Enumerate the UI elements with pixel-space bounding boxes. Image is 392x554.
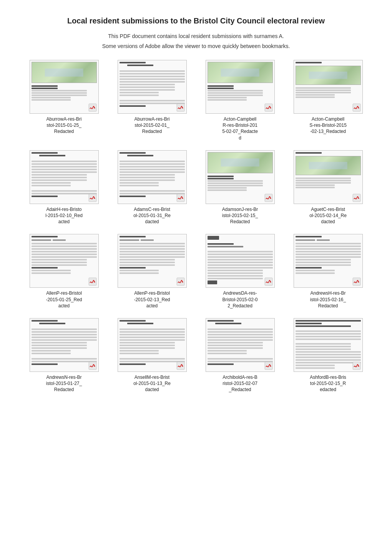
document-thumbnail[interactable] — [206, 318, 275, 372]
list-item[interactable]: AndrewsDA-res-Bristol-2015-02-02_Redacte… — [199, 234, 281, 309]
document-label: AndrewsDA-res-Bristol-2015-02-02_Redacte… — [222, 290, 257, 309]
list-item[interactable]: Acton-CampbellR-res-Bristol-2015-02-07_R… — [199, 60, 281, 141]
list-item[interactable]: AllenP-res-Bristol-2015-02-13_Redacted — [111, 234, 193, 309]
document-thumbnail[interactable] — [30, 60, 99, 114]
page-title: Local resident submissions to the Bristo… — [23, 15, 369, 26]
document-label: AllenP-res-Bristol-2015-02-13_Redacted — [134, 290, 170, 309]
list-item[interactable]: AdamsonJ-res-Bristol-2015-02-15_Redacted — [199, 150, 281, 225]
note: Some versions of Adobe allow the viewer … — [23, 43, 369, 49]
document-label: ArchiboldA-res-Bristol-2015-02-07_Redact… — [223, 374, 257, 393]
list-item[interactable]: AnsellM-res-Bristol-2015-01-13_Redacted — [111, 318, 193, 393]
document-thumbnail[interactable] — [294, 150, 363, 204]
document-label: Acton-CampbellS-res-Bristol-2015-02-13_R… — [309, 116, 347, 135]
list-item[interactable]: AdairH-res-Bristol-2015-02-10_Redacted — [23, 150, 105, 225]
document-label: AshfordB-res-Bristol-2015-02-15_Redacted — [310, 374, 346, 393]
document-thumbnail[interactable] — [206, 234, 275, 288]
list-item[interactable]: AshfordB-res-Bristol-2015-02-15_Redacted — [287, 318, 369, 393]
document-thumbnail[interactable] — [118, 150, 187, 204]
list-item[interactable]: Acton-CampbellS-res-Bristol-2015-02-13_R… — [287, 60, 369, 141]
document-thumbnail[interactable] — [294, 60, 363, 114]
document-thumbnail[interactable] — [118, 60, 187, 114]
list-item[interactable]: AndrewsH-res-Bristol-2015-02-16_Redacted — [287, 234, 369, 309]
document-label: AdamsonJ-res-Bristol-2015-02-15_Redacted — [222, 206, 258, 225]
document-thumbnail[interactable] — [30, 318, 99, 372]
document-label: AburrowA-res-Bristol-2015-01-25_Redacted — [46, 116, 81, 135]
document-thumbnail[interactable] — [118, 234, 187, 288]
list-item[interactable]: AdamsC-res-Bristol-2015-01-31_Redacted — [111, 150, 193, 225]
document-label: AdairH-res-Bristol-2015-02-10_Redacted — [45, 206, 83, 225]
document-thumbnail[interactable] — [30, 150, 99, 204]
document-thumbnail[interactable] — [294, 234, 363, 288]
document-label: AnsellM-res-Bristol-2015-01-13_Redacted — [133, 374, 171, 393]
document-thumbnail[interactable] — [206, 60, 275, 114]
list-item[interactable]: AburrowA-res-Bristol-2015-01-25_Redacted — [23, 60, 105, 141]
document-thumbnail[interactable] — [118, 318, 187, 372]
document-label: AndrewsH-res-Bristol-2015-02-16_Redacted — [310, 290, 346, 309]
document-label: AndrewsN-res-Bristol-2015-01-27_Redacted — [46, 374, 82, 393]
document-label: AllenP-res-Bristol-2015-01-25_Redacted — [46, 290, 82, 309]
list-item[interactable]: AburrowA-res-Bristol-2015-02-01_Redacted — [111, 60, 193, 141]
document-label: Acton-CampbellR-res-Bristol-2015-02-07_R… — [222, 116, 258, 141]
document-label: AguetC-res-Bristol-2015-02-14_Redacted — [309, 206, 347, 225]
list-item[interactable]: AguetC-res-Bristol-2015-02-14_Redacted — [287, 150, 369, 225]
document-label: AdamsC-res-Bristol-2015-01-31_Redacted — [133, 206, 171, 225]
list-item[interactable]: ArchiboldA-res-Bristol-2015-02-07_Redact… — [199, 318, 281, 393]
list-item[interactable]: AllenP-res-Bristol-2015-01-25_Redacted — [23, 234, 105, 309]
document-thumbnail[interactable] — [206, 150, 275, 204]
document-grid: AburrowA-res-Bristol-2015-01-25_Redacted… — [23, 60, 369, 393]
document-thumbnail[interactable] — [30, 234, 99, 288]
document-thumbnail[interactable] — [294, 318, 363, 372]
subtitle: This PDF document contains local residen… — [23, 33, 369, 39]
document-label: AburrowA-res-Bristol-2015-02-01_Redacted — [134, 116, 169, 135]
list-item[interactable]: AndrewsN-res-Bristol-2015-01-27_Redacted — [23, 318, 105, 393]
